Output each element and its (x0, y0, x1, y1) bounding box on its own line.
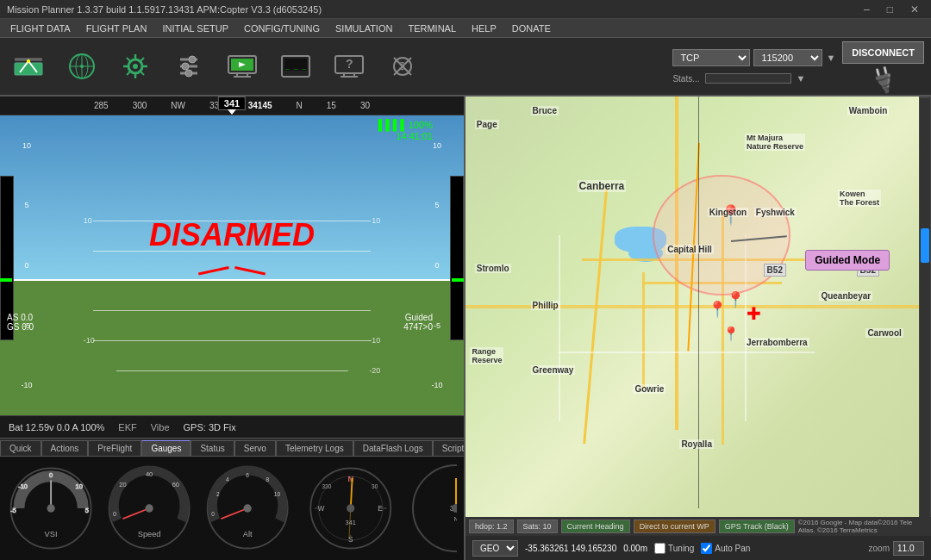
tab-gauges[interactable]: Gauges (141, 440, 191, 456)
menu-simulation[interactable]: SIMULATION (328, 22, 399, 35)
compass-285: 285 (94, 101, 109, 110)
gps-status-btn[interactable]: GPS Track (Black) (719, 520, 795, 533)
conn-area: TCP UDP Serial 115200 57600 9600 ▼ Stats… (672, 49, 835, 84)
menu-flight-data[interactable]: FLIGHT DATA (3, 22, 78, 35)
toolbar-initial-setup[interactable] (114, 49, 157, 84)
toolbar-config[interactable] (167, 49, 210, 84)
toolbar-help[interactable]: ? (328, 49, 371, 84)
compass-300: 300 (133, 101, 147, 110)
as-value: 0.0 (21, 313, 33, 322)
toolbar-flight-plan[interactable] (60, 49, 103, 84)
alt-gauge: 0 2 4 6 8 10 Alt (203, 461, 291, 556)
svg-text:2: 2 (216, 491, 220, 497)
svg-text:0: 0 (113, 510, 116, 518)
map-copyright: ©2016 Google - Map data©2016 Tele Atlas.… (798, 519, 928, 534)
tcp-row: TCP UDP Serial 115200 57600 9600 ▼ (672, 49, 835, 66)
tuning-checkbox[interactable]: Tuning (654, 543, 694, 554)
direct-wp-btn[interactable]: Direct to current WP (634, 520, 715, 533)
svg-text:-10: -10 (18, 482, 28, 490)
menu-donate[interactable]: DONATE (505, 22, 558, 35)
map-panel[interactable]: 📍 📍 📍 ✚ 📍 Page Bruce Wamboin Mt MajuraNa… (466, 96, 931, 560)
hdop-info: hdop: 1.2 (469, 520, 514, 533)
scroll-thumb[interactable] (921, 228, 929, 263)
menu-config-tuning[interactable]: CONFIG/TUNING (237, 22, 327, 35)
pitch-line-10-down (93, 340, 372, 341)
center-chevron (197, 258, 266, 272)
compass-15: 15 (327, 101, 336, 110)
plug-icon: 🔌 (866, 62, 901, 96)
label-fyshwick: Fyshwick (754, 208, 797, 217)
svg-text:30: 30 (372, 483, 378, 489)
tab-actions[interactable]: Actions (41, 440, 89, 456)
stats-bar (705, 73, 791, 84)
extra-gauge-svg: 35↑ N (409, 461, 457, 556)
svg-text:20: 20 (120, 481, 127, 488)
toolbar-donate[interactable]: $ (381, 49, 424, 84)
as-label: AS (7, 313, 18, 322)
svg-text:N: N (454, 516, 457, 522)
tab-quick[interactable]: Quick (0, 440, 41, 456)
tab-dataflash-logs[interactable]: DataFlash Logs (353, 440, 433, 456)
svg-point-10 (133, 64, 138, 69)
baud-select[interactable]: 115200 57600 9600 (753, 49, 822, 66)
title-bar: Mission Planner 1.3.37 build 1.1.5917.13… (0, 0, 931, 19)
svg-text:5: 5 (85, 507, 89, 514)
svg-point-3 (27, 59, 30, 63)
toolbar: ..... _ _ _ ? $ (0, 38, 931, 96)
tab-telemetry-logs[interactable]: Telemetry Logs (276, 440, 353, 456)
map-scrollbar[interactable] (919, 96, 931, 534)
menu-bar: FLIGHT DATA FLIGHT PLAN INITIAL SETUP CO… (0, 19, 931, 38)
geo-select[interactable]: GEO UTM (472, 540, 518, 557)
stats-row: Stats... ▼ (672, 73, 835, 84)
alt-indicator (452, 278, 464, 282)
speed-gauge: 0 20 40 60 Speed (105, 461, 193, 556)
coordinates: -35.363261 149.165230 (525, 544, 616, 553)
maximize-button[interactable]: □ (882, 3, 898, 16)
compass-heading: 34145 (248, 101, 272, 110)
hud-status-bar: Bat 12.59v 0.0 A 100% EKF Vibe GPS: 3D F… (0, 415, 464, 438)
menu-initial-setup[interactable]: INITIAL SETUP (155, 22, 235, 35)
speed-gauge-svg: 0 20 40 60 Speed (105, 461, 193, 556)
help-icon: ? (332, 49, 366, 84)
flight-plan-icon (65, 49, 99, 84)
svg-text:8: 8 (266, 476, 270, 482)
svg-point-8 (80, 65, 84, 68)
tcp-select[interactable]: TCP UDP Serial (672, 49, 750, 66)
menu-flight-plan[interactable]: FLIGHT PLAN (79, 22, 154, 35)
hud-time: 14:41:01 (375, 131, 433, 141)
right-scale: 10 5 0 -5 -10 (424, 115, 450, 415)
tuning-input[interactable] (654, 543, 665, 554)
pitch-line-5-down (93, 310, 372, 311)
waypoint-2: 📍 (708, 300, 727, 319)
toolbar-simulation[interactable] (221, 49, 264, 84)
gs-label: GS (7, 322, 19, 332)
auto-pan-input[interactable] (701, 543, 712, 554)
zoom-input[interactable] (893, 541, 924, 556)
tab-status[interactable]: Status (191, 440, 234, 456)
alt-gauge-svg: 0 2 4 6 8 10 Alt (203, 461, 291, 556)
menu-help[interactable]: HELP (465, 22, 503, 35)
close-button[interactable]: ✕ (905, 3, 924, 16)
minimize-button[interactable]: – (859, 3, 875, 16)
zoom-control: zoom (869, 541, 924, 556)
disconnect-button[interactable]: DISCONNECT (842, 41, 924, 64)
connection-controls: TCP UDP Serial 115200 57600 9600 ▼ Stats… (672, 41, 924, 91)
tab-scripts[interactable]: Scripts (433, 440, 464, 456)
label-bruce: Bruce (531, 106, 559, 115)
label-capital-hill: Capital Hill (665, 245, 714, 254)
svg-text:330: 330 (322, 483, 331, 489)
ground-bg (0, 280, 464, 415)
label-carwool: Carwool (865, 328, 903, 338)
center-marker (197, 258, 266, 272)
waypoint-3: 📍 (726, 290, 745, 309)
tab-preflight[interactable]: PreFlight (88, 440, 141, 456)
auto-pan-checkbox[interactable]: Auto Pan (701, 543, 750, 554)
horizon-canvas: 10 10 -10 -10 -20 DISARMED 10 5 (0, 115, 464, 415)
toolbar-terminal[interactable]: ..... _ _ _ (274, 49, 317, 84)
gauges-panel: -10 -5 0 5 10 VSI (0, 457, 464, 560)
tab-servo[interactable]: Servo (234, 440, 276, 456)
signal-area: ▐▐▐▐ 100% (375, 119, 433, 131)
toolbar-flight-data[interactable] (7, 49, 50, 84)
current-heading-btn[interactable]: Current Heading (561, 520, 630, 533)
menu-terminal[interactable]: TERMINAL (401, 22, 463, 35)
